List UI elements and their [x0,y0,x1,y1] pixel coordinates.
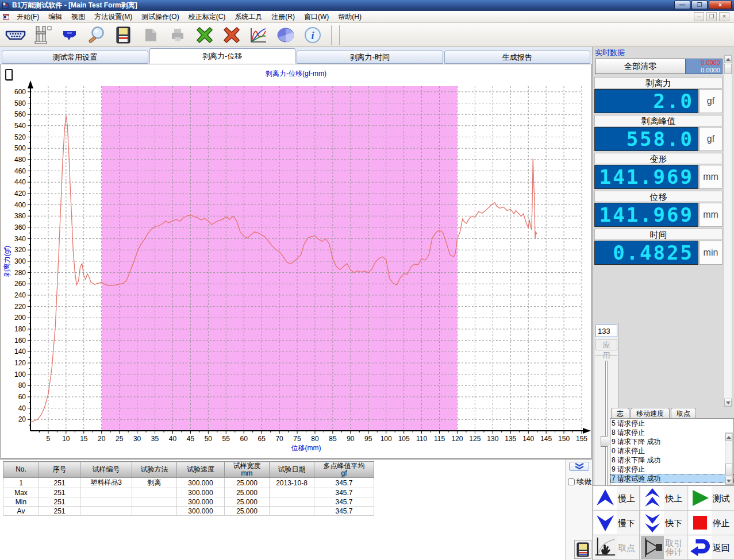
unit-label: gf [699,89,723,113]
log-entry[interactable]: 0 请求停止 [610,446,733,455]
apply-button[interactable]: 应用 [595,339,617,350]
log-scroll-up-icon[interactable] [725,433,732,441]
menu-item[interactable]: 开始(F) [12,11,44,23]
mdi-close-button[interactable]: × [719,12,729,21]
table-cell: 25.000 [225,488,270,497]
control-button-play[interactable]: 测试 [687,486,734,511]
tab-2[interactable]: 剥离力-位移 [149,48,296,64]
column-header[interactable]: No. [3,462,39,478]
continue-label: 续做 [577,477,591,487]
serial-port-icon[interactable] [5,25,26,45]
svg-text:300: 300 [14,257,26,265]
log-scroll-down-icon[interactable] [725,477,732,485]
mdi-minimize-button[interactable]: – [694,12,704,21]
control-button-pick-point[interactable]: 取点 [593,535,640,560]
svg-text:65: 65 [258,435,266,443]
svg-text:5: 5 [47,435,51,443]
restore-button[interactable]: ❐ [691,1,708,9]
continue-checkbox[interactable] [568,478,575,485]
speed-slider-track[interactable] [605,361,608,490]
svg-text:145: 145 [540,435,552,443]
control-button-stop[interactable]: 停止 [687,511,734,535]
table-cell: 345.7 [314,488,374,497]
info-icon[interactable]: i [302,25,324,45]
menu-item[interactable]: 校正标定(C) [184,11,230,23]
delete-green-icon[interactable] [194,25,216,45]
svg-text:25: 25 [116,435,124,443]
log-tab[interactable]: 取点 [671,408,696,418]
log-entry[interactable]: 9 请求停止 [610,465,733,474]
close-button[interactable]: × [709,1,732,9]
log-scrollbar[interactable] [725,432,733,485]
mdi-restore-button[interactable]: ❐ [706,12,717,21]
menu-item[interactable]: 方法设置(M) [90,11,137,23]
control-button-return[interactable]: 返回 [687,535,734,560]
minimize-button[interactable]: — [674,1,690,9]
column-header[interactable]: 试验速度 [177,462,225,478]
control-button-arrow-down[interactable]: 慢下 [593,511,640,535]
log-entry[interactable]: 8 请求停止 [610,428,733,437]
copy-icon-disabled[interactable] [140,25,162,45]
menu-item[interactable]: 窗口(W) [299,11,333,23]
table-row[interactable]: 1251塑料样品3剥离300.00025.0002013-10-8345.7 [3,478,374,488]
speed-input[interactable] [595,325,617,337]
column-header[interactable]: 试样编号 [80,462,132,478]
log-scrollbar-thumb[interactable] [725,464,732,476]
realtime-scrollbar[interactable] [724,55,732,407]
control-label: 返回 [713,543,730,552]
scroll-up-icon[interactable] [724,55,732,63]
column-header[interactable]: 多点峰值平均 gf [314,462,374,478]
control-button-extensometer[interactable]: 取引伸计 [640,535,687,560]
log-entry[interactable]: 8 请求下降 成功 [610,455,733,465]
control-label: 停止 [713,519,730,527]
zoom-icon[interactable] [86,25,107,45]
arrow-down-icon [594,511,617,534]
chart-page-icon[interactable] [5,69,13,80]
tab-1[interactable]: 测试常用设置 [2,51,148,64]
table-cell: 251 [39,507,80,516]
column-header[interactable]: 试验方法 [132,462,177,478]
curves-icon[interactable] [248,25,270,45]
print-icon-disabled[interactable] [167,25,189,45]
log-entry[interactable]: 7 请求试验 成功 [610,474,733,483]
control-button-arrow-up[interactable]: 慢上 [593,486,640,511]
menu-item[interactable]: 编辑 [44,11,67,23]
tab-3[interactable]: 剥离力-时间 [297,51,443,64]
column-header[interactable]: 试样宽度 mm [225,462,270,478]
svg-text:115: 115 [434,435,445,443]
measurement-label: 时间 [594,229,723,240]
save-results-button[interactable] [574,540,591,559]
table-row[interactable]: Av251300.00025.000345.7 [3,507,374,516]
test-machine-icon[interactable] [32,25,53,45]
svg-text:280: 280 [14,269,26,277]
svg-text:500: 500 [14,144,26,152]
lcd-display: 141.969 [594,203,698,227]
tab-4[interactable]: 生成报告 [444,51,591,64]
menu-item[interactable]: 视图 [67,11,90,23]
log-tab[interactable]: 志 [611,408,629,418]
menu-item[interactable]: 系统工具 [230,11,267,23]
collapse-table-button[interactable] [569,462,589,471]
menu-item[interactable]: 注册(R) [267,11,299,23]
log-tab[interactable]: 移动速度 [631,408,670,418]
control-button-arrow-down-double[interactable]: 快下 [640,511,687,535]
control-button-arrow-up-double[interactable]: 快上 [640,486,687,511]
clear-all-button[interactable]: 全部清零 [595,59,686,74]
probe-icon[interactable] [59,25,80,45]
log-entry[interactable]: 5 请求停止 [610,419,733,428]
delete-red-icon[interactable] [221,25,243,45]
scrollbar-thumb[interactable] [724,64,732,74]
log-entry[interactable]: 9 请求下降 成功 [610,437,733,446]
floppy-icon [577,542,589,557]
x-axis-label: 位移(mm) [291,444,321,452]
table-row[interactable]: Max251300.00025.000345.7 [3,488,374,497]
pie-chart-icon[interactable] [275,25,297,45]
menu-item[interactable]: 测试操作(O) [137,11,183,23]
table-row[interactable]: Min251300.00025.000345.7 [3,497,374,507]
save-icon[interactable] [113,25,134,45]
column-header[interactable]: 试验日期 [270,462,314,478]
scroll-down-icon[interactable] [724,399,732,407]
column-header[interactable]: 序号 [39,462,80,478]
results-table-area: No.序号试样编号试验方法试验速度试样宽度 mm试验日期多点峰值平均 gf125… [0,459,592,560]
menu-item[interactable]: 帮助(H) [333,11,366,23]
